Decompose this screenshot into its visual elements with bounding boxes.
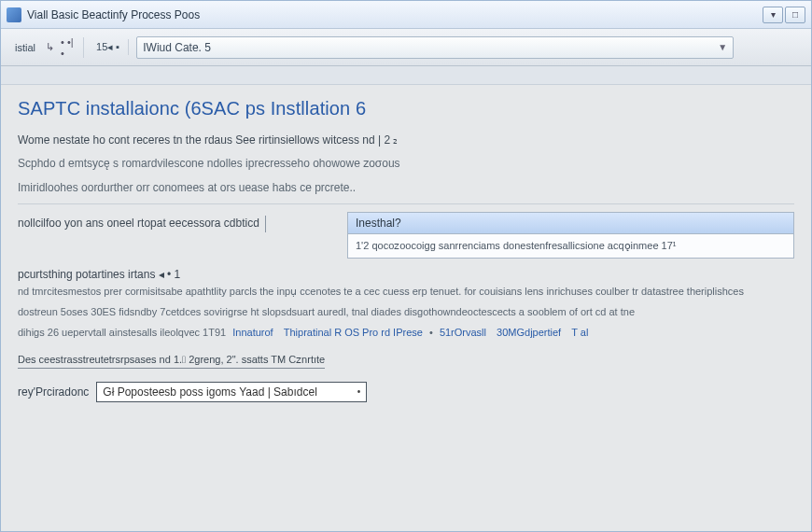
divider xyxy=(18,203,794,204)
toolbar-label-1: istial xyxy=(12,42,38,53)
chevron-down-icon: ▾ xyxy=(771,9,776,20)
content-area: SAPTC installaionc (6SAC ps Instllation … xyxy=(1,85,811,531)
chevron-down-icon: • xyxy=(357,386,361,397)
chevron-down-icon: ▼ xyxy=(718,42,727,52)
titlebar: Viall Basic Beactinfy Process Poos ▾ □ xyxy=(1,1,811,29)
option-caption-text: nollcilfoo yon ans oneel rtopat eecessor… xyxy=(18,216,266,231)
bottom-field-label: rey'Prciradonc xyxy=(18,385,89,399)
link-item[interactable]: Innaturof xyxy=(232,327,273,338)
sub-toolbar xyxy=(1,66,811,85)
link-row: dihigs 26 uepervtall ainstesalls ileolqv… xyxy=(18,326,794,341)
toolbar-group-1: istial ↳ • •| • xyxy=(7,37,84,58)
install-panel[interactable]: Inesthal? 1'2 qocoᴢoocoigg sanrrenciams … xyxy=(347,212,794,259)
window-controls: ▾ □ xyxy=(763,7,805,23)
intro-paragraph-1: Wome nestate ho cont receres tn the rdau… xyxy=(18,133,794,148)
option-row: nollcilfoo yon ans oneel rtopat eecessor… xyxy=(18,212,794,259)
app-window: Viall Basic Beactinfy Process Poos ▾ □ i… xyxy=(0,0,812,532)
dropdown-text: IWiud Cate. 5 xyxy=(143,41,211,54)
page-heading: SAPTC installaionc (6SAC ps Instllation … xyxy=(18,98,794,119)
window-title: Viall Basic Beactinfy Process Poos xyxy=(27,8,200,21)
body-note-2: dostreun 5oses 30ES fidsndby 7cetdces so… xyxy=(18,305,794,320)
toolbar-dots[interactable]: • •| • xyxy=(61,39,77,56)
bottom-combobox[interactable]: Gł Poposteesb poss igoms Yaad | Sabıdcel… xyxy=(96,382,367,402)
square-icon: □ xyxy=(792,9,798,20)
toolbar: istial ↳ • •| • 15◂ ▪ IWiud Cate. 5 ▼ xyxy=(1,29,811,66)
link-item[interactable]: 30MGdjpertief xyxy=(497,327,561,338)
combobox-text: Gł Poposteesb poss igoms Yaad | Sabıdcel xyxy=(103,385,316,399)
install-panel-header: Inesthal? xyxy=(348,213,793,234)
footline-text: Des ceestrasstreutetrsrpsases nd 1.᳝ 2gr… xyxy=(18,354,325,369)
section-label: pcurtsthing potartines irtans ◂ • 1 xyxy=(18,268,794,281)
intro-paragraph-2: Scphdo d emtsycę s romardvilescone ndoll… xyxy=(18,156,794,172)
link-row-prefix: dihigs 26 uepervtall ainstesalls ileolqv… xyxy=(18,327,226,338)
toolbar-group-2: 15◂ ▪ xyxy=(88,39,129,55)
app-icon xyxy=(7,7,21,22)
footline-wrap: Des ceestrasstreutetrsrpsases nd 1.᳝ 2gr… xyxy=(18,350,794,378)
intro-paragraph-3: Imiridloohes oordurther orr conomees at … xyxy=(18,180,794,196)
wizard-step-dropdown[interactable]: IWiud Cate. 5 ▼ xyxy=(136,36,734,59)
dropdown-button[interactable]: ▾ xyxy=(763,7,783,23)
install-panel-body: 1'2 qocoᴢoocoigg sanrrenciams donestenfr… xyxy=(348,234,793,258)
body-note-1: nd tmrcitesmestos prer cormisitsabe apat… xyxy=(18,285,794,300)
link-item[interactable]: 51rOrvasll xyxy=(440,327,486,338)
maximize-button[interactable]: □ xyxy=(785,7,805,23)
link-item[interactable]: T al xyxy=(571,327,588,338)
arrow-return-icon[interactable]: ↳ xyxy=(41,39,58,56)
link-item[interactable]: Thipratinal R OS Pro rd IPrese xyxy=(284,327,423,338)
option-caption-left: nollcilfoo yon ans oneel rtopat eecessor… xyxy=(18,212,340,239)
bottom-row: rey'Prciradonc Gł Poposteesb poss igoms … xyxy=(18,382,794,402)
toolbar-label-2: 15◂ ▪ xyxy=(93,41,122,53)
